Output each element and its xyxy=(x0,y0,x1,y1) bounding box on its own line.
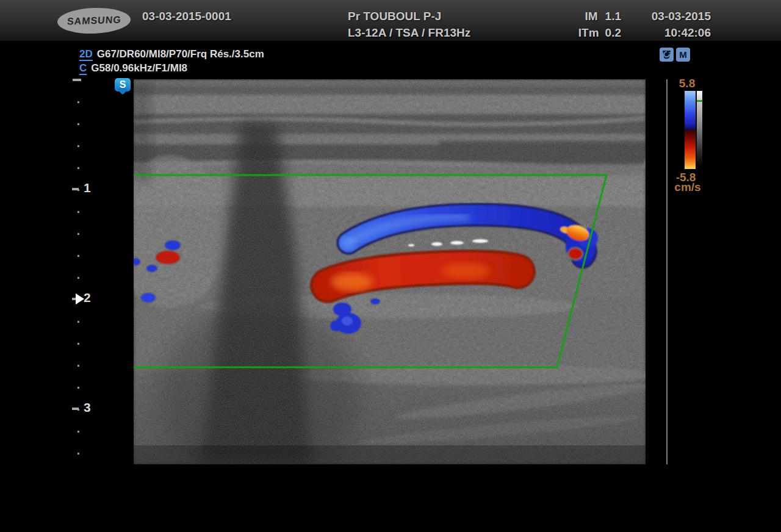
mi-label: IM xyxy=(585,10,597,23)
mi-readout: IM1.1 xyxy=(585,10,621,23)
probe-orientation-letter: S xyxy=(120,80,126,90)
probe-orientation-badge: S xyxy=(115,78,131,92)
red-flow-spot xyxy=(568,248,583,260)
doppler-color-bar xyxy=(685,91,696,169)
2d-params-line: 2DG67/DR60/MI8/P70/Frq Rés./3.5cm xyxy=(79,48,264,60)
samsung-logo: SAMSUNG xyxy=(57,7,131,35)
grayscale-bar xyxy=(697,91,702,167)
color-params-text: G58/0.96kHz/F1/MI8 xyxy=(91,62,187,74)
brand-text: SAMSUNG xyxy=(67,14,121,27)
grayscale-marker xyxy=(697,100,702,102)
color-params-line: CG58/0.96kHz/F1/MI8 xyxy=(79,62,187,74)
body-marker-icon[interactable]: M xyxy=(676,48,690,62)
velocity-scale-unit: cm/s xyxy=(670,181,705,194)
ti-readout: ITm0.2 xyxy=(578,26,621,40)
mode-color-label: C xyxy=(79,62,87,75)
depth-mark-1 xyxy=(72,188,79,190)
probe-rotate-glyph xyxy=(661,49,672,60)
focus-position-arrow xyxy=(76,293,84,304)
bottom-shade xyxy=(134,445,646,464)
ti-label: ITm xyxy=(578,26,599,40)
depth-label-2: 2 xyxy=(84,290,91,305)
exam-time: 10:42:06 xyxy=(664,26,711,40)
exam-date: 03-03-2015 xyxy=(652,10,711,23)
patient-id: 03-03-2015-0001 xyxy=(142,10,231,23)
image-area-divider xyxy=(666,79,668,464)
top-status-bar: SAMSUNG 03-03-2015-0001 Pr TOUBOUL P-J L… xyxy=(0,0,781,43)
ultrasound-canvas xyxy=(134,79,646,464)
velocity-scale-max: 5.8 xyxy=(671,77,703,90)
mode-2d-label: 2D xyxy=(79,48,93,61)
depth-mark-3 xyxy=(72,408,79,410)
physician-name: Pr TOUBOUL P-J xyxy=(348,10,441,23)
ti-value: 0.2 xyxy=(605,26,621,40)
body-marker-glyph: M xyxy=(679,50,687,59)
depth-label-1: 1 xyxy=(84,181,91,195)
ultrasound-image xyxy=(134,79,646,464)
probe-rotate-icon[interactable] xyxy=(660,48,674,62)
2d-params-text: G67/DR60/MI8/P70/Frq Rés./3.5cm xyxy=(97,48,264,60)
depth-mark-0 xyxy=(73,79,81,81)
mi-value: 1.1 xyxy=(605,10,621,23)
probe-preset-info: L3-12A / TSA / FR13Hz xyxy=(348,26,470,40)
depth-ruler-ticks xyxy=(77,79,79,464)
depth-label-3: 3 xyxy=(84,400,91,415)
